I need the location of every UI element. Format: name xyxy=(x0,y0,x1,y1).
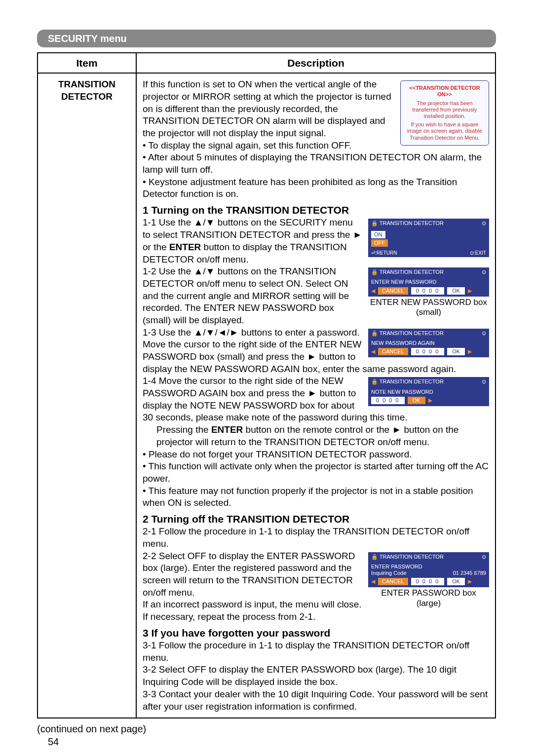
intro-b3: • Keystone adjustment feature has been p… xyxy=(143,176,489,200)
item-name-line2: DETECTOR xyxy=(43,91,131,103)
alarm-line2: If you wish to have a square image on sc… xyxy=(405,121,485,141)
sec3-step32: 3-2 Select OFF to display the ENTER PASS… xyxy=(143,664,489,688)
item-name-line1: TRANSITION xyxy=(43,78,131,91)
sec3-head: 3 If you have forgotten your password xyxy=(143,626,489,640)
header-description: Description xyxy=(136,53,495,73)
alarm-screenshot: <<TRANSITION DETECTOR ON>> The projector… xyxy=(400,80,489,146)
page-number: 54 xyxy=(48,735,496,748)
sec1-step14b: Pressing the ENTER button on the remote … xyxy=(143,424,489,448)
security-table: Item Description TRANSITION DETECTOR <<T… xyxy=(37,52,496,718)
menu-title: SECURITY menu xyxy=(48,33,127,44)
sec1-note3: • This feature may not function properly… xyxy=(143,485,489,509)
caption-ep: ENTER PASSWORD box (large) xyxy=(368,588,489,608)
close-icon: ⊙ xyxy=(482,220,486,227)
description-cell: <<TRANSITION DETECTOR ON>> The projector… xyxy=(136,73,495,718)
enter-password-large-screenshot: 🔒 TRANSITION DETECTOR⊙ ENTER PASSWORD In… xyxy=(368,552,489,609)
sec1-head: 1 Turning on the TRANSITION DETECTOR xyxy=(143,203,489,217)
sec3-step33: 3-3 Contact your dealer with the 10 digi… xyxy=(143,688,489,713)
sec1-note1: • Please do not forget your TRANSITION D… xyxy=(143,449,489,461)
sec2-head: 2 Turning off the TRANSITION DETECTOR xyxy=(143,512,489,526)
item-cell: TRANSITION DETECTOR xyxy=(38,73,136,718)
new-password-again-screenshot: 🔒 TRANSITION DETECTOR⊙ NEW PASSWORD AGAI… xyxy=(368,329,489,358)
intro-b2: • After about 5 minutes of displaying th… xyxy=(143,151,489,176)
alarm-line1: The projector has been transferred from … xyxy=(405,100,485,120)
caption-enp: ENTER NEW PASSWORD box (small) xyxy=(368,298,489,318)
sec1-note2: • This function will activate only when … xyxy=(143,460,489,485)
enter-new-password-screenshot: 🔒 TRANSITION DETECTOR⊙ ENTER NEW PASSWOR… xyxy=(368,267,489,317)
continued-note: (continued on next page) xyxy=(37,722,496,735)
alarm-title: <<TRANSITION DETECTOR ON>> xyxy=(405,85,485,98)
menu-title-bar: SECURITY menu xyxy=(37,30,496,47)
note-new-password-screenshot: 🔒 TRANSITION DETECTOR⊙ NOTE NEW PASSWORD… xyxy=(368,377,489,406)
onoff-menu-screenshot: 🔒 TRANSITION DETECTOR⊙ ON OFF ⏎:RETURN⊙:… xyxy=(368,219,489,257)
sec3-step31: 3-1 Follow the procedure in 1-1 to displ… xyxy=(143,640,489,664)
header-item: Item xyxy=(38,53,136,73)
sec2-step21: 2-1 Follow the procedure in 1-1 to displ… xyxy=(143,526,489,550)
